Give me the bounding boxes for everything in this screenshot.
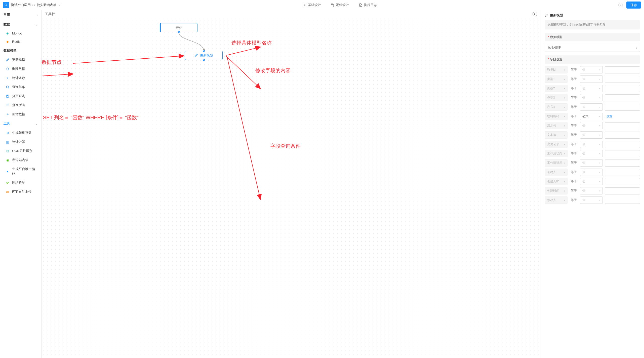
sidebar-group-data[interactable]: 数据 ⌄ — [0, 20, 41, 29]
value-mode-select[interactable]: 值▾ — [580, 94, 603, 101]
value-mode-select[interactable]: 值▾ — [580, 159, 603, 167]
sidebar-group-common[interactable]: 常用 › — [0, 10, 41, 20]
operator-label: 等于 — [570, 198, 578, 202]
svg-point-0 — [5, 4, 7, 6]
value-mode-select[interactable]: 值▾ — [580, 122, 603, 129]
value-mode-select[interactable]: 值▾ — [580, 85, 603, 92]
value-mode-select[interactable]: 值▾ — [580, 169, 603, 176]
field-select[interactable]: 序号4▾ — [545, 103, 568, 111]
sidebar-item-update-model[interactable]: 更新模型 — [0, 55, 41, 64]
port-bottom[interactable] — [203, 59, 205, 61]
value-input[interactable] — [605, 132, 640, 139]
sidebar-group-tools[interactable]: 工具 ⌄ — [0, 119, 41, 128]
node-update-model[interactable]: 更新模型 — [185, 51, 223, 60]
sidebar-item-redis[interactable]: ◆ Redis — [0, 37, 41, 46]
value-mode-select[interactable]: 值▾ — [580, 141, 603, 148]
field-select[interactable]: 文本框▾ — [545, 131, 568, 139]
value-input[interactable] — [605, 160, 640, 167]
operator-label: 等于 — [570, 151, 578, 156]
section-field-settings: *字段设置 — [545, 55, 640, 64]
value-input[interactable] — [605, 197, 640, 204]
value-input[interactable] — [605, 85, 640, 92]
sidebar-item-query-all[interactable]: 查询所有 — [0, 101, 41, 110]
chart-icon: ▥ — [6, 140, 10, 144]
value-input[interactable] — [605, 178, 640, 185]
sidebar-item-insert[interactable]: ＋ 新增数据 — [0, 110, 41, 119]
sidebar-item-count[interactable]: Σ 统计条数 — [0, 73, 41, 83]
chevron-down-icon: ▾ — [599, 78, 600, 81]
field-row: 创建时间▾等于值▾ — [545, 187, 640, 194]
field-select[interactable]: 类型3▾ — [545, 94, 568, 101]
value-input[interactable] — [605, 169, 640, 176]
edit-icon[interactable] — [59, 3, 62, 7]
tab-exec-log[interactable]: 执行日志 — [359, 3, 377, 7]
chevron-down-icon: ▾ — [599, 97, 600, 99]
page-icon — [6, 94, 10, 98]
field-select[interactable]: 创建时间▾ — [545, 187, 568, 194]
breadcrumb-page[interactable]: 批头新增表单 — [37, 3, 56, 7]
value-input[interactable] — [605, 76, 640, 83]
value-mode-select[interactable]: 值▾ — [580, 196, 603, 204]
model-select[interactable]: 批头管理 ▾ — [545, 44, 640, 52]
value-mode-select[interactable]: 值▾ — [580, 131, 603, 139]
play-icon[interactable] — [533, 12, 537, 16]
tab-basic-design[interactable]: 基础设计 — [303, 3, 321, 7]
field-select[interactable]: 创建人ID▾ — [545, 178, 568, 185]
sidebar-item-send-msg[interactable]: ◉发送站内信 — [0, 155, 41, 165]
port-bottom[interactable] — [178, 31, 180, 33]
svg-line-10 — [42, 74, 73, 76]
value-mode-select[interactable]: 值▾ — [580, 187, 603, 194]
sidebar-item-delete-data[interactable]: 删除数据 — [0, 64, 41, 73]
tab-logic-design[interactable]: 逻辑设计 — [331, 3, 349, 7]
svg-rect-2 — [332, 4, 333, 5]
chevron-down-icon: ▾ — [599, 115, 600, 118]
field-select[interactable]: 修改人▾ — [545, 196, 568, 204]
save-button[interactable]: 保存 — [626, 2, 641, 9]
formula-set-link[interactable]: 设置 — [605, 114, 612, 118]
value-input[interactable] — [605, 150, 640, 157]
value-input[interactable] — [605, 104, 640, 111]
value-mode-select[interactable]: 值▾ — [580, 150, 603, 157]
sidebar-item-paginate[interactable]: 分页查询 — [0, 92, 41, 101]
field-select[interactable]: 流水号▾ — [545, 122, 568, 129]
delete-icon — [6, 67, 10, 71]
value-mode-select[interactable]: 公式▾ — [580, 113, 603, 120]
port-top[interactable] — [203, 50, 205, 52]
value-input[interactable] — [605, 187, 640, 194]
field-select[interactable]: 工作流进度▾ — [545, 159, 568, 167]
canvas[interactable]: 开始 更新模型 更新数据节点 选择具体模型名称 修改字段的内容 字段查询条件 U… — [42, 18, 541, 358]
value-input[interactable] — [605, 122, 640, 129]
help-icon[interactable]: ? — [618, 3, 623, 7]
value-mode-select[interactable]: 值▾ — [580, 66, 603, 73]
field-select[interactable]: 类型1▾ — [545, 75, 568, 83]
field-select[interactable]: 物料编码▾ — [545, 113, 568, 120]
field-select[interactable]: 数据id▾ — [545, 66, 568, 73]
sidebar-item-gen-uid[interactable]: ●生成平台唯一编码 — [0, 165, 41, 178]
value-mode-select[interactable]: 值▾ — [580, 75, 603, 83]
sidebar-item-network[interactable]: ⟳网络检测 — [0, 178, 41, 187]
value-input[interactable] — [605, 141, 640, 148]
field-select[interactable]: 创建人▾ — [545, 169, 568, 176]
node-start[interactable]: 开始 — [160, 23, 197, 32]
sidebar-item-stat-calc[interactable]: ▥统计计算 — [0, 137, 41, 146]
breadcrumb-app[interactable]: 测试空白应用3 — [11, 3, 32, 7]
sidebar-item-ocr[interactable]: ⊡OCR图片识别 — [0, 146, 41, 155]
breadcrumb-sep-icon: › — [34, 3, 35, 7]
sidebar-item-ftp[interactable]: ▭FTP文件上传 — [0, 187, 41, 196]
chevron-down-icon: ▾ — [564, 69, 565, 71]
field-select[interactable]: 类型2▾ — [545, 85, 568, 92]
sidebar-item-mongo[interactable]: ◈ Mongo — [0, 29, 41, 37]
app-logo[interactable] — [3, 2, 9, 8]
value-input[interactable] — [605, 66, 640, 73]
value-input[interactable] — [605, 94, 640, 101]
sidebar-item-query-single[interactable]: 查询单条 — [0, 83, 41, 92]
svg-line-7 — [226, 47, 260, 55]
annotation-sql: UPDATE 模型名称 SET 列名＝ "函数" WHERE [条件]＝ "函数… — [42, 114, 139, 121]
field-row: 数据id▾等于值▾ — [545, 66, 640, 73]
field-select[interactable]: 变更记录▾ — [545, 141, 568, 148]
value-mode-select[interactable]: 值▾ — [580, 178, 603, 185]
sidebar-item-random-int[interactable]: ⤭生成随机整数 — [0, 128, 41, 137]
field-select[interactable]: 工作流状态▾ — [545, 150, 568, 157]
field-row: 序号4▾等于值▾ — [545, 103, 640, 111]
value-mode-select[interactable]: 值▾ — [580, 103, 603, 111]
